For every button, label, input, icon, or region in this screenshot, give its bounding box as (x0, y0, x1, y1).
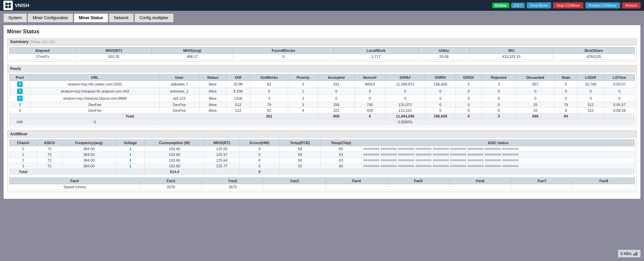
restart-cgminer-button[interactable]: Restart CGMiner (585, 2, 620, 8)
pool-nonce: 48653 (355, 81, 385, 88)
svg-rect-5 (635, 253, 636, 256)
fans-speed-row: Speed (r/min) 2670 2670 (9, 184, 635, 190)
asic-num: 72 (37, 152, 62, 158)
ant-total-label: Total (9, 169, 37, 175)
chain-num: 2 (9, 158, 37, 163)
asic-status-dots: 00000000 00000000 00000000 00000000 0000… (362, 152, 635, 158)
mhsrt-val: 125.56 (204, 146, 239, 152)
pool-num: 2 (9, 95, 30, 102)
pool-accepted: 0 (318, 88, 355, 95)
summary-timer: (Timer: 13 / 15) (30, 40, 55, 44)
pool-lstime: 0:05:57 (604, 102, 635, 108)
tab-network[interactable]: Network (109, 13, 134, 22)
pool-lsdiff: 512 (577, 108, 604, 113)
col-lsdiff: LSDiff (577, 74, 604, 81)
pool-url: stratum+tcp://stratum.f2pool.com:8888 (30, 95, 159, 102)
col-wu: WU (470, 47, 553, 54)
col-freq: Frequency(avg) (62, 140, 116, 146)
pool-user: DevFee (159, 108, 199, 113)
val-wu: 433,325.15 (470, 54, 553, 60)
pool-row-4: 4 DevFee DevFee Alive 512 82 4 221 420 1… (9, 108, 635, 113)
pool-priority: 4 (288, 108, 318, 113)
pool-priority: 3 (288, 102, 318, 108)
val-foundblocks: 0 (233, 54, 334, 60)
tab-config-multiplier[interactable]: Config multiplier (134, 13, 174, 22)
pools-header: Pools (7, 65, 637, 72)
fan1-speed: 2670 (140, 184, 202, 190)
pool-discarded: 0 (516, 88, 555, 95)
pool-getworks: 79 (250, 102, 288, 108)
val-bestshare: 4293125 (553, 54, 635, 60)
pool-diffr: 0 (425, 95, 456, 102)
pool-stale: 79 (555, 102, 577, 108)
col-fan3: Fan3 (264, 178, 326, 184)
reboot-button[interactable]: Reboot (622, 2, 641, 8)
find-miner-button[interactable]: Find Miner (527, 2, 551, 8)
val-elapsed: 27m47s (9, 54, 76, 60)
svg-rect-1 (8, 3, 11, 5)
pool-accepted: 0 (318, 95, 355, 102)
tabs: System Miner Configuration Miner Status … (3, 13, 641, 22)
tab-system[interactable]: System (3, 13, 27, 22)
asic-num: 72 (37, 146, 62, 152)
temp-pcb-val: 58 (280, 152, 320, 158)
mhsrt-val: 125.77 (204, 163, 239, 169)
antminer-section: AntMiner Chain# ASIC# Frequency(avg) Vol… (7, 130, 637, 192)
pool-hw-row: HW 0 0.0000% (9, 119, 635, 125)
pool-diffa: 131,072 (385, 102, 425, 108)
pool-num: 4 (9, 108, 30, 113)
pool-row-3: 3 DevFee DevFee Alive 512 79 3 256 705 1… (9, 102, 635, 108)
pool-getworks: 82 (250, 81, 288, 88)
mhsrt-val: 125.97 (204, 152, 239, 158)
antminer-row-2: 2 72 384.00 1 153.60 125.64 0 56 63 0000… (9, 158, 635, 163)
freq-val: 384.00 (62, 158, 116, 163)
pool-lsdiff: 32,768 (577, 81, 604, 88)
pools-title: Pools (10, 66, 21, 71)
tab-miner-status[interactable]: Miner Status (74, 13, 108, 22)
summary-header: Summary (Timer: 13 / 15) (7, 38, 637, 45)
col-fan4: Fan4 (326, 178, 387, 184)
topbar-right: Online 3.8.7 Find Miner Stop CGMiner Res… (492, 2, 641, 8)
col-voltage: Voltage (116, 140, 145, 146)
pool-diffa: 0 (385, 88, 425, 95)
ant-total-blank5 (280, 169, 320, 175)
val-utility: 29.08 (418, 54, 470, 60)
pools-table: Pool URL User Status Diff GetWorks Prior… (9, 74, 635, 125)
val-localwork: 1,717 (334, 54, 418, 60)
col-fan8: Fan8 (573, 178, 635, 184)
pool-priority: 2 (288, 95, 318, 102)
pool-rejected: 0 (482, 95, 516, 102)
col-asic: ASIC# (37, 140, 62, 146)
logo-icon (3, 1, 13, 10)
pool-diffr: 0 (425, 108, 456, 113)
pool-num: 3 (9, 102, 30, 108)
col-consumption: Consumption (W) (145, 140, 204, 146)
col-lstime: LSTime (604, 74, 635, 81)
antminer-total-row: Total 614.4 0 (9, 169, 635, 175)
stop-cgminer-button[interactable]: Stop CGMiner (553, 2, 583, 8)
temp-pcb-val: 58 (280, 146, 320, 152)
hw-value: 0 (30, 119, 159, 125)
chain-num: 3 (9, 163, 37, 169)
pool-row-0: 0 stratum+tcp://ltc.viabtc.com:3333 adbu… (9, 81, 635, 88)
col-foundblocks: FoundBlocks (233, 47, 334, 54)
consumption-val: 153.60 (145, 152, 204, 158)
col-status: Status (199, 74, 226, 81)
ant-total-blank1 (37, 169, 62, 175)
col-nonce: Nonce# (355, 74, 385, 81)
pool-priority: 0 (288, 81, 318, 88)
tab-miner-configuration[interactable]: Miner Configuration (28, 13, 73, 22)
temp-chip-val: 63 (320, 152, 362, 158)
pool-status: Alive (199, 95, 226, 102)
asic-status-dots: 00000000 00000000 00000000 00000000 0000… (362, 146, 635, 152)
col-user: User (159, 74, 199, 81)
col-elapsed: Elapsed (9, 47, 76, 54)
pool-diff: 512 (226, 102, 250, 108)
ant-total-blank3 (116, 169, 145, 175)
fans-table: Fan# Fan1 Fan2 Fan3 Fan4 Fan5 Fan6 Fan7 … (9, 177, 635, 190)
summary-content: Elapsed MH/S(RT) MH/S(avg) FoundBlocks L… (7, 45, 637, 61)
pool-nonce: 0 (355, 88, 385, 95)
consumption-val: 153.60 (145, 158, 204, 163)
pool-diffa: 11,599,872 (385, 81, 425, 88)
col-pool: Pool (9, 74, 30, 81)
